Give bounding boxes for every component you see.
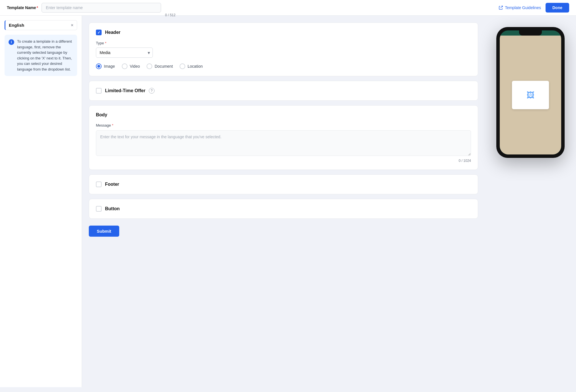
type-select[interactable]: Media Text None — [96, 48, 153, 58]
submit-button[interactable]: Submit — [89, 226, 119, 237]
phone-screen: 🖼 — [500, 30, 561, 154]
body-card: Body Message * 0 / 1024 — [89, 105, 478, 170]
radio-location-label: Location — [188, 64, 203, 69]
template-name-input[interactable] — [42, 3, 161, 13]
language-tag: English × — [5, 20, 77, 30]
lto-checkbox[interactable] — [96, 88, 102, 94]
lto-row: Limited-Time Offer ? — [96, 88, 471, 94]
type-select-wrapper: Media Text None ▾ — [96, 48, 153, 58]
radio-option-location[interactable]: Location — [180, 63, 203, 69]
info-text: To create a template in a different lang… — [17, 39, 73, 72]
radio-document-outer — [147, 63, 152, 69]
radio-image-label: Image — [104, 64, 115, 69]
image-placeholder-icon: 🖼 — [526, 90, 534, 100]
template-guidelines-link[interactable]: Template Guidelines — [499, 5, 541, 10]
footer-checkbox[interactable] — [96, 181, 102, 187]
language-label: English — [9, 23, 24, 28]
done-button[interactable]: Done — [546, 3, 569, 13]
required-star: * — [36, 5, 38, 10]
radio-video-label: Video — [130, 64, 140, 69]
info-icon: i — [9, 39, 14, 45]
header-title-row: ✓ Header — [96, 30, 471, 35]
top-bar: Template Name* Template Guidelines Done — [0, 0, 576, 16]
phone-frame: 🖼 — [496, 27, 565, 158]
body-section-title: Body — [96, 112, 107, 117]
radio-option-video[interactable]: Video — [122, 63, 140, 69]
radio-image-outer — [96, 63, 102, 69]
top-bar-right: Template Guidelines Done — [499, 3, 569, 13]
phone-notch — [519, 30, 542, 36]
svg-line-0 — [501, 6, 503, 8]
radio-image-inner — [97, 65, 100, 68]
sidebar: English × i To create a template in a di… — [0, 16, 82, 387]
radio-location-outer — [180, 63, 185, 69]
type-row: Type * Media Text None ▾ — [96, 41, 471, 58]
center-content: ✓ Header Type * Media Text None ▾ — [82, 16, 485, 387]
header-section-title: Header — [105, 30, 120, 35]
message-field-wrapper: Message * 0 / 1024 — [96, 123, 471, 163]
header-checkbox[interactable]: ✓ — [96, 30, 102, 35]
info-box: i To create a template in a different la… — [5, 35, 77, 76]
button-card: Button — [89, 199, 478, 219]
message-label: Message * — [96, 123, 471, 127]
phone-image-preview: 🖼 — [512, 81, 549, 109]
external-link-icon — [499, 5, 503, 10]
button-row: Button — [96, 206, 471, 212]
radio-document-label: Document — [155, 64, 173, 69]
button-label: Button — [105, 206, 120, 211]
button-checkbox[interactable] — [96, 206, 102, 212]
type-label: Type * — [96, 41, 471, 45]
body-char-count: 0 / 1024 — [96, 159, 471, 163]
message-textarea[interactable] — [96, 130, 471, 156]
footer-row: Footer — [96, 181, 471, 187]
main-layout: English × i To create a template in a di… — [0, 16, 576, 387]
radio-option-document[interactable]: Document — [147, 63, 173, 69]
close-language-button[interactable]: × — [71, 23, 73, 28]
lto-label: Limited-Time Offer — [105, 88, 145, 93]
phone-preview: 🖼 — [485, 16, 576, 387]
radio-option-image[interactable]: Image — [96, 63, 115, 69]
checkmark-icon: ✓ — [97, 30, 100, 35]
footer-card: Footer — [89, 174, 478, 194]
lto-help-icon[interactable]: ? — [149, 88, 155, 94]
header-card: ✓ Header Type * Media Text None ▾ — [89, 22, 478, 76]
radio-video-outer — [122, 63, 127, 69]
limited-time-offer-card: Limited-Time Offer ? — [89, 81, 478, 101]
media-type-radio-group: Image Video Document Location — [96, 63, 471, 69]
phone-chat-area: 🖼 — [500, 36, 561, 154]
template-name-label: Template Name* — [7, 5, 38, 10]
footer-label: Footer — [105, 182, 119, 187]
char-count-top: 0 / 512 — [165, 13, 176, 17]
